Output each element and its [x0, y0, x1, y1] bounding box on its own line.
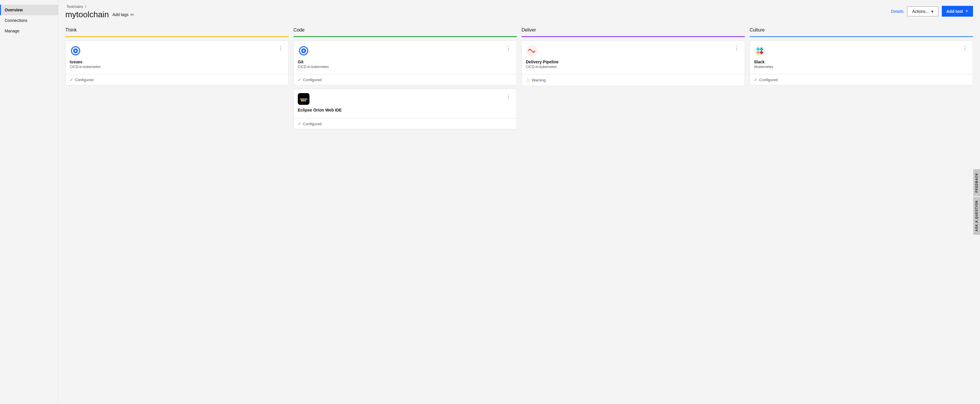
- column-divider-deliver: [522, 36, 745, 37]
- header-left: Toolchains / mytoolchain Add tags ✏: [65, 5, 134, 19]
- column-divider-culture: [749, 36, 973, 37]
- git-icon: [298, 45, 309, 57]
- column-deliver: Deliver ⋮: [522, 27, 745, 89]
- details-link[interactable]: Details: [891, 9, 904, 14]
- breadcrumb[interactable]: Toolchains /: [65, 5, 134, 9]
- tool-card-slack[interactable]: ⋮ Slack #kubernetes ✓ Configured: [749, 41, 973, 85]
- tool-card-top-slack: ⋮: [750, 41, 973, 59]
- svg-point-12: [304, 100, 306, 102]
- tool-card-delivery-pipeline[interactable]: ⋮ Delivery Pipeline CICD-in-kubernetes ⚠…: [522, 41, 745, 86]
- tool-card-eclipse-orion[interactable]: ORION ⋮ Eclipse Orion Web IDE: [293, 89, 517, 129]
- svg-rect-16: [756, 48, 760, 50]
- add-tool-button[interactable]: Add tool +: [942, 6, 973, 17]
- tool-card-issues[interactable]: ⋮ Issues CICD-in-kubernetes ✓ Configured: [65, 41, 289, 85]
- tool-card-menu-git[interactable]: ⋮: [505, 45, 512, 51]
- tool-card-status-orion: ✓ Configured: [294, 118, 517, 129]
- svg-rect-22: [760, 52, 763, 53]
- tool-name-issues: Issues: [70, 59, 285, 64]
- tool-name-delivery: Delivery Pipeline: [526, 59, 741, 64]
- tool-card-body-delivery: Delivery Pipeline CICD-in-kubernetes: [522, 59, 745, 72]
- tool-subtitle-slack: #kubernetes: [754, 65, 969, 69]
- status-check-icon-orion: ✓: [298, 121, 301, 126]
- warning-icon: ⚠: [526, 77, 530, 83]
- column-header-deliver: Deliver: [522, 27, 745, 34]
- column-header-think: Think: [65, 27, 289, 34]
- svg-point-7: [303, 50, 304, 52]
- column-divider-code: [293, 36, 517, 37]
- column-culture: Culture: [749, 27, 973, 89]
- tool-card-menu-delivery[interactable]: ⋮: [733, 45, 741, 51]
- delivery-icon: [526, 45, 538, 57]
- tool-card-top-git: ⋮: [294, 41, 517, 59]
- tool-card-status-issues: ✓ Configured: [65, 74, 288, 85]
- tool-name-slack: Slack: [754, 59, 969, 64]
- svg-rect-18: [760, 48, 763, 50]
- side-tabs: FEEDBACK ASK A QUESTION: [973, 169, 980, 235]
- column-divider-think: [65, 36, 289, 37]
- status-check-icon-git: ✓: [298, 77, 301, 82]
- sidebar: Overview Connections Manage: [0, 0, 58, 404]
- tool-card-menu-slack[interactable]: ⋮: [961, 45, 969, 51]
- tool-subtitle-delivery: CICD-in-kubernetes: [526, 65, 741, 69]
- column-code: Code: [293, 27, 517, 133]
- page-title-row: mytoolchain Add tags ✏: [65, 10, 134, 19]
- ask-question-tab[interactable]: ASK A QUESTION: [973, 197, 980, 235]
- svg-rect-14: [754, 45, 766, 57]
- orion-icon: ORION: [298, 93, 309, 105]
- sidebar-item-connections[interactable]: Connections: [0, 15, 58, 26]
- tool-card-menu-orion[interactable]: ⋮: [505, 93, 512, 99]
- tool-card-status-slack: ✓ Configured: [750, 74, 973, 85]
- column-header-code: Code: [293, 27, 517, 34]
- chevron-down-icon: ▾: [931, 9, 933, 14]
- status-label-delivery: Warning: [532, 78, 546, 82]
- tool-subtitle-issues: CICD-in-kubernetes: [70, 65, 285, 69]
- status-check-icon: ✓: [70, 77, 73, 82]
- tool-card-body-slack: Slack #kubernetes: [750, 59, 973, 72]
- status-label-orion: Configured: [303, 122, 322, 126]
- content-area: Think: [58, 23, 980, 404]
- column-think: Think: [65, 27, 289, 89]
- feedback-tab[interactable]: FEEDBACK: [973, 169, 980, 196]
- tool-card-menu-issues[interactable]: ⋮: [277, 45, 285, 51]
- svg-point-11: [303, 100, 304, 102]
- tool-card-body-git: Git CICD-in-kubernetes: [294, 59, 517, 72]
- issues-icon: [70, 45, 81, 57]
- sidebar-item-manage[interactable]: Manage: [0, 26, 58, 36]
- svg-point-10: [301, 100, 303, 102]
- tool-card-top-issues: ⋮: [65, 41, 288, 59]
- tool-card-body-orion: Eclipse Orion Web IDE: [294, 108, 517, 116]
- tool-subtitle-git: CICD-in-kubernetes: [298, 65, 512, 69]
- tool-card-top-delivery: ⋮: [522, 41, 745, 59]
- add-tags-link[interactable]: Add tags ✏: [112, 12, 134, 18]
- tool-card-git[interactable]: ⋮ Git CICD-in-kubernetes ✓ Configured: [293, 41, 517, 85]
- page-header: Toolchains / mytoolchain Add tags ✏ Deta…: [58, 0, 980, 23]
- sidebar-item-overview[interactable]: Overview: [0, 5, 58, 15]
- svg-rect-20: [756, 52, 760, 53]
- main-content: Toolchains / mytoolchain Add tags ✏ Deta…: [58, 0, 980, 404]
- plus-icon: +: [965, 8, 968, 14]
- edit-icon: ✏: [130, 12, 134, 18]
- actions-button[interactable]: Actions... ▾: [907, 6, 938, 16]
- tool-card-body-issues: Issues CICD-in-kubernetes: [65, 59, 288, 72]
- status-check-icon-slack: ✓: [754, 77, 757, 82]
- page-title: mytoolchain: [65, 10, 109, 19]
- tool-card-status-git: ✓ Configured: [294, 74, 517, 85]
- header-actions: Details Actions... ▾ Add tool +: [891, 5, 973, 17]
- slack-icon: [754, 45, 766, 57]
- columns-container: Think: [65, 27, 973, 133]
- tool-name-orion: Eclipse Orion Web IDE: [298, 108, 512, 112]
- tool-card-status-delivery: ⚠ Warning: [522, 74, 745, 86]
- svg-point-3: [75, 50, 76, 52]
- column-header-culture: Culture: [749, 27, 973, 34]
- tool-name-git: Git: [298, 59, 512, 64]
- status-label-git: Configured: [303, 78, 322, 82]
- status-label-slack: Configured: [759, 78, 778, 82]
- tool-card-top-orion: ORION ⋮: [294, 89, 517, 108]
- status-label-issues: Configured: [75, 78, 94, 82]
